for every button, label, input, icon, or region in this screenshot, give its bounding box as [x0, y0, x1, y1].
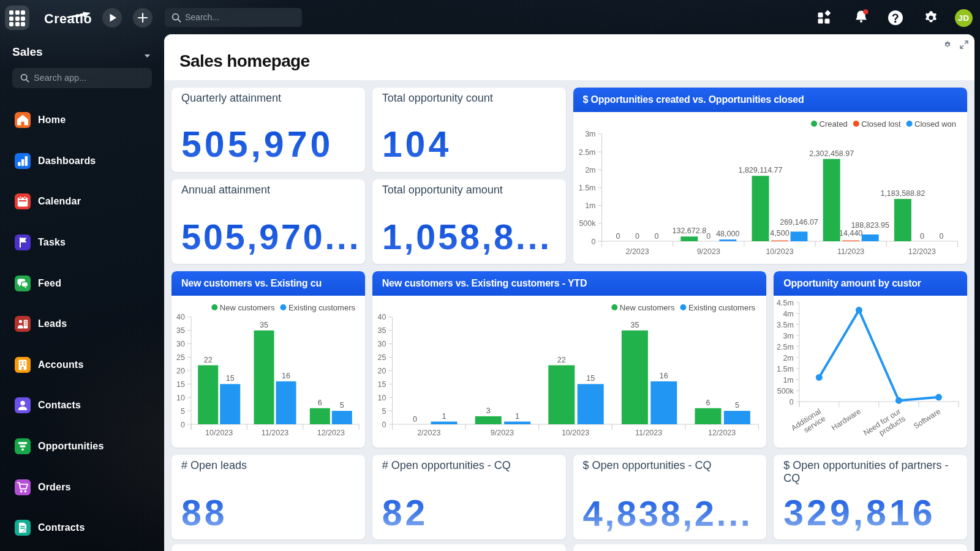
- svg-text:0: 0: [591, 238, 595, 246]
- svg-text:11/2023: 11/2023: [635, 429, 662, 437]
- svg-text:11/2023: 11/2023: [837, 247, 864, 256]
- svg-text:0: 0: [181, 421, 185, 429]
- svg-text:15: 15: [176, 380, 185, 389]
- svg-text:20: 20: [176, 367, 185, 375]
- svg-text:16: 16: [660, 372, 668, 380]
- svg-text:5: 5: [735, 401, 739, 410]
- svg-text:5: 5: [382, 407, 386, 416]
- svg-text:2.5m: 2.5m: [578, 148, 595, 157]
- svg-text:4,500: 4,500: [770, 229, 789, 238]
- svg-text:0: 0: [939, 232, 943, 241]
- svg-text:25: 25: [377, 353, 386, 362]
- svg-text:12/2023: 12/2023: [317, 429, 345, 437]
- svg-text:Existing customers: Existing customers: [688, 303, 756, 312]
- svg-text:2m: 2m: [783, 354, 794, 362]
- svg-text:3.5m: 3.5m: [777, 321, 794, 329]
- svg-text:Closed lost: Closed lost: [861, 119, 901, 129]
- svg-text:Existing customers: Existing customers: [288, 303, 356, 312]
- svg-text:New customers: New customers: [220, 303, 275, 312]
- svg-text:9/2023: 9/2023: [491, 429, 514, 437]
- svg-text:500k: 500k: [777, 387, 794, 395]
- svg-text:20: 20: [377, 367, 386, 375]
- svg-text:1m: 1m: [783, 376, 794, 384]
- svg-text:1.5m: 1.5m: [578, 184, 595, 192]
- svg-text:35: 35: [176, 326, 185, 335]
- svg-text:Software: Software: [912, 407, 942, 431]
- svg-text:0: 0: [382, 421, 386, 429]
- svg-text:Closed won: Closed won: [914, 119, 956, 129]
- svg-text:10/2023: 10/2023: [205, 429, 233, 437]
- svg-text:3m: 3m: [783, 332, 794, 340]
- svg-text:35: 35: [260, 321, 268, 329]
- svg-text:1,183,588.82: 1,183,588.82: [880, 189, 925, 198]
- svg-text:10: 10: [377, 394, 386, 402]
- svg-text:40: 40: [377, 313, 386, 321]
- svg-text:3: 3: [486, 407, 490, 415]
- svg-text:1: 1: [442, 412, 446, 421]
- svg-text:15: 15: [377, 380, 386, 389]
- svg-text:30: 30: [176, 340, 185, 348]
- svg-text:Additionalservice: Additionalservice: [790, 407, 827, 440]
- svg-text:10: 10: [176, 394, 185, 402]
- svg-text:30: 30: [377, 340, 386, 348]
- svg-text:1.5m: 1.5m: [777, 365, 794, 373]
- svg-text:0: 0: [919, 232, 924, 241]
- svg-text:10/2023: 10/2023: [562, 429, 589, 437]
- svg-text:6: 6: [318, 399, 322, 407]
- svg-text:5: 5: [340, 401, 344, 410]
- svg-text:16: 16: [282, 372, 290, 380]
- svg-text:15: 15: [226, 374, 235, 383]
- svg-text:269,146.07: 269,146.07: [780, 218, 818, 227]
- svg-text:2/2023: 2/2023: [417, 429, 440, 437]
- svg-text:1,829,114.77: 1,829,114.77: [738, 166, 782, 174]
- svg-text:2/2023: 2/2023: [625, 247, 649, 256]
- svg-text:12/2023: 12/2023: [708, 429, 736, 437]
- svg-text:5: 5: [181, 407, 185, 416]
- svg-text:132,672.8: 132,672.8: [672, 227, 706, 235]
- svg-text:0: 0: [790, 398, 794, 407]
- svg-text:9/2023: 9/2023: [696, 247, 720, 256]
- svg-text:0: 0: [654, 232, 658, 241]
- svg-text:0: 0: [413, 415, 417, 424]
- svg-text:500k: 500k: [579, 219, 596, 228]
- svg-text:1: 1: [515, 412, 519, 421]
- svg-text:35: 35: [377, 326, 386, 335]
- svg-text:12/2023: 12/2023: [908, 247, 935, 256]
- svg-text:6: 6: [706, 399, 710, 407]
- svg-text:Created: Created: [819, 119, 847, 129]
- svg-text:3m: 3m: [585, 130, 595, 138]
- svg-text:2,302,458.97: 2,302,458.97: [809, 149, 854, 158]
- svg-text:Hardware: Hardware: [830, 407, 862, 432]
- svg-text:Need for ourproducts: Need for ourproducts: [862, 407, 907, 444]
- svg-text:0: 0: [635, 232, 639, 241]
- svg-text:35: 35: [630, 321, 639, 329]
- svg-text:0: 0: [616, 232, 620, 241]
- svg-text:4.5m: 4.5m: [777, 299, 794, 307]
- svg-text:11/2023: 11/2023: [262, 429, 288, 437]
- svg-text:2m: 2m: [585, 166, 595, 174]
- svg-text:15: 15: [586, 374, 595, 383]
- svg-text:14,440: 14,440: [839, 229, 862, 238]
- svg-text:New customers: New customers: [620, 303, 675, 312]
- svg-text:22: 22: [557, 356, 566, 364]
- svg-text:10/2023: 10/2023: [766, 247, 793, 256]
- svg-text:4m: 4m: [783, 310, 794, 318]
- svg-text:0: 0: [706, 232, 710, 241]
- svg-text:40: 40: [176, 313, 185, 321]
- svg-text:1m: 1m: [585, 201, 595, 210]
- svg-text:188,823.95: 188,823.95: [851, 221, 889, 230]
- svg-text:25: 25: [176, 353, 185, 362]
- svg-text:48,000: 48,000: [716, 230, 739, 238]
- svg-text:2.5m: 2.5m: [777, 343, 794, 351]
- svg-text:22: 22: [204, 356, 213, 364]
